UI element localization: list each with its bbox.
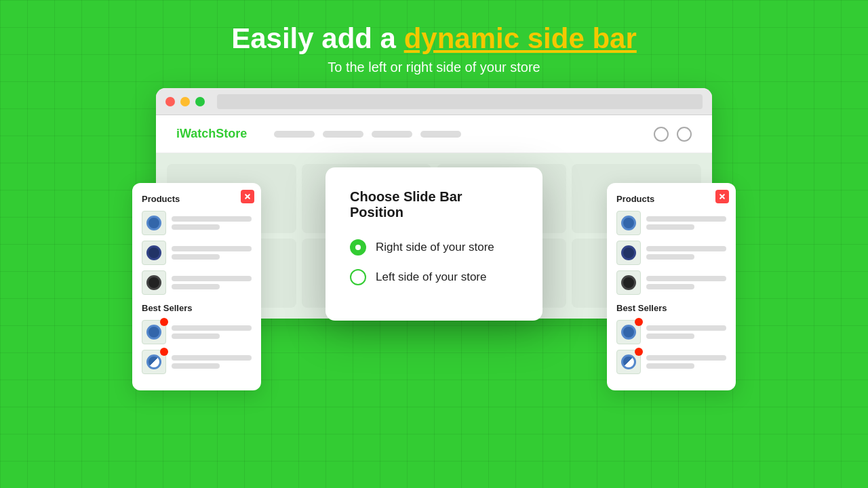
product-line <box>646 325 726 331</box>
product-line <box>646 216 726 222</box>
product-lines-r1 <box>646 216 726 230</box>
product-thumb-r4 <box>616 320 641 344</box>
product-image-r3 <box>621 275 636 290</box>
badge-red-1 <box>160 318 168 326</box>
list-item <box>142 241 252 265</box>
product-line-short <box>646 224 694 230</box>
browser-addressbar <box>217 94 703 109</box>
product-lines-3 <box>172 276 252 289</box>
product-lines-r2 <box>646 246 726 260</box>
list-item <box>142 350 252 374</box>
product-line-short <box>646 254 694 260</box>
sidebar-section-bestsellers-left: Best Sellers <box>142 303 252 313</box>
product-line <box>646 246 726 251</box>
product-line-short <box>646 284 694 289</box>
badge-red-r2 <box>635 348 643 356</box>
sidebar-section-products-left: Products <box>142 194 252 204</box>
product-line-short <box>172 224 220 230</box>
product-thumb-r1 <box>616 211 641 235</box>
search-icon <box>654 127 669 142</box>
product-line-short <box>646 333 694 339</box>
list-item <box>142 270 252 295</box>
product-line <box>646 355 726 361</box>
sidebar-close-left[interactable] <box>241 190 254 203</box>
list-item <box>616 211 726 235</box>
browser-dot-red <box>165 97 175 106</box>
best-sellers-right: Best Sellers <box>616 303 726 374</box>
logo-highlight: Store <box>216 127 247 140</box>
radio-option-left[interactable]: Left side of your store <box>350 269 518 285</box>
product-line <box>172 276 252 281</box>
list-item <box>616 241 726 265</box>
product-image-r2 <box>621 245 636 260</box>
page-header: Easily add a dynamic side bar To the lef… <box>0 0 868 82</box>
product-lines-1 <box>172 216 252 230</box>
sidebar-panel-left: Products <box>132 183 261 390</box>
list-item <box>616 270 726 295</box>
product-lines-r4 <box>646 325 726 339</box>
product-line <box>172 355 252 361</box>
product-lines-r5 <box>646 355 726 369</box>
modal-title: Choose Slide Bar Position <box>350 189 518 220</box>
product-lines-r3 <box>646 276 726 289</box>
product-thumb-1 <box>142 211 166 235</box>
cart-icon <box>677 127 692 142</box>
radio-label-right: Right side of your store <box>376 241 494 254</box>
badge-red-r1 <box>635 318 643 326</box>
radio-button-right[interactable] <box>350 239 366 256</box>
page-title: Easily add a dynamic side bar <box>0 22 868 56</box>
nav-pill-3 <box>372 131 412 138</box>
best-sellers-left: Best Sellers <box>142 303 252 374</box>
store-navbar: iWatchStore <box>156 115 712 153</box>
product-image-r4 <box>621 325 636 340</box>
product-line-short <box>646 363 694 369</box>
sidebar-section-products-right: Products <box>616 194 726 204</box>
product-image-5 <box>146 354 161 369</box>
nav-pills <box>274 131 640 138</box>
product-image-2 <box>146 245 161 260</box>
product-image-3 <box>146 275 161 290</box>
page-subtitle: To the left or right side of your store <box>0 60 868 75</box>
browser-toolbar <box>156 88 712 115</box>
product-lines-4 <box>172 325 252 339</box>
product-thumb-r5 <box>616 350 641 374</box>
product-line-short <box>172 363 220 369</box>
product-lines-5 <box>172 355 252 369</box>
sidebar-section-bestsellers-right: Best Sellers <box>616 303 726 313</box>
nav-icons <box>654 127 692 142</box>
nav-pill-1 <box>274 131 315 138</box>
list-item <box>142 320 252 344</box>
product-thumb-r3 <box>616 270 641 295</box>
product-line <box>172 216 252 222</box>
radio-option-right[interactable]: Right side of your store <box>350 239 518 256</box>
product-thumb-2 <box>142 241 166 265</box>
product-image-r5 <box>621 354 636 369</box>
browser-dot-green <box>195 97 205 106</box>
product-thumb-3 <box>142 270 166 295</box>
product-thumb-5 <box>142 350 166 374</box>
list-item <box>142 211 252 235</box>
product-thumb-4 <box>142 320 166 344</box>
product-image-4 <box>146 325 161 340</box>
radio-label-left: Left side of your store <box>376 270 486 284</box>
product-line <box>172 246 252 251</box>
sidebar-close-right[interactable] <box>715 190 729 203</box>
product-line <box>172 325 252 331</box>
product-line-short <box>172 254 220 260</box>
nav-pill-2 <box>323 131 363 138</box>
product-image-1 <box>146 216 161 230</box>
product-line <box>646 276 726 281</box>
product-line-short <box>172 333 220 339</box>
page-wrapper: Easily add a dynamic side bar To the lef… <box>0 0 868 488</box>
product-image-r1 <box>621 216 636 230</box>
product-thumb-r2 <box>616 241 641 265</box>
store-logo: iWatchStore <box>176 127 247 141</box>
logo-text: iWatch <box>176 127 216 140</box>
nav-pill-4 <box>420 131 461 138</box>
list-item <box>616 350 726 374</box>
list-item <box>616 320 726 344</box>
radio-button-left[interactable] <box>350 269 366 285</box>
product-lines-2 <box>172 246 252 260</box>
browser-dot-yellow <box>180 97 190 106</box>
title-plain: Easily add a <box>231 22 403 54</box>
